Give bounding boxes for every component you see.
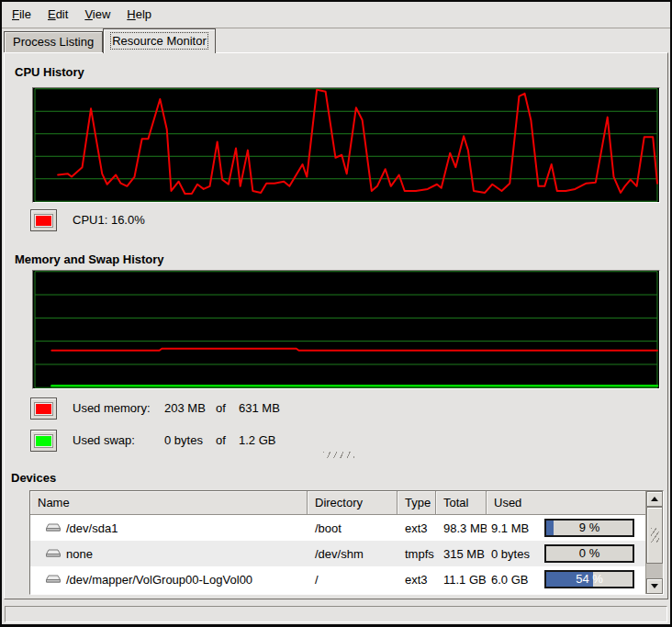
column-header-name[interactable]: Name: [30, 491, 308, 515]
disk-icon: [45, 547, 62, 560]
scroll-up-button[interactable]: [646, 491, 663, 507]
column-header-used[interactable]: Used: [487, 491, 645, 515]
device-name: none: [66, 547, 93, 561]
used-swap-label: Used swap:: [73, 430, 135, 452]
used-swap-of: of: [216, 430, 226, 452]
device-type: tmpfs: [398, 541, 436, 566]
disk-icon: [45, 521, 62, 534]
device-type: ext3: [398, 515, 436, 541]
used-memory-color-button[interactable]: [30, 397, 57, 420]
cpu-history-graph: [32, 87, 660, 203]
vertical-scrollbar[interactable]: [645, 491, 663, 594]
device-directory: /dev/shm: [308, 541, 398, 566]
table-row[interactable]: none /dev/shm tmpfs 315 MB 0 bytes 0 %: [30, 541, 645, 566]
used-memory-total: 631 MB: [239, 397, 280, 420]
cpu-history-title: CPU History: [15, 65, 84, 79]
menu-bar: File Edit View Help: [2, 2, 670, 28]
menu-file[interactable]: File: [4, 4, 39, 26]
usage-progress-bar: 9 %: [544, 519, 634, 537]
cpu1-color-button[interactable]: [30, 209, 57, 231]
devices-table-main: Name Directory Type Total Used /dev/sda1…: [30, 491, 645, 594]
column-header-directory[interactable]: Directory: [308, 491, 398, 515]
used-swap-color-button[interactable]: [30, 430, 57, 452]
device-directory: /: [308, 566, 398, 592]
pane-resize-grip[interactable]: [323, 452, 354, 458]
devices-title: Devices: [11, 471, 56, 485]
used-swap-total: 1.2 GB: [239, 430, 275, 452]
scrollbar-grip-icon: [651, 528, 659, 543]
column-header-type[interactable]: Type: [398, 491, 436, 515]
device-total: 11.1 GB: [436, 566, 487, 592]
device-name: /dev/mapper/VolGroup00-LogVol00: [66, 573, 252, 587]
column-header-total[interactable]: Total: [436, 491, 487, 515]
table-row[interactable]: /dev/sda1 /boot ext3 98.3 MB 9.1 MB 9 %: [30, 515, 645, 541]
progress-label: 54 %: [546, 572, 633, 587]
devices-table: Name Directory Type Total Used /dev/sda1…: [29, 490, 664, 595]
menu-view[interactable]: View: [76, 4, 118, 26]
scroll-down-button[interactable]: [646, 578, 663, 594]
used-swap-color-swatch: [35, 435, 52, 447]
used-swap-value: 0 bytes: [164, 430, 203, 452]
cpu1-legend-label: CPU1: 16.0%: [73, 209, 145, 231]
progress-label: 0 %: [546, 546, 633, 561]
memory-history-title: Memory and Swap History: [15, 252, 164, 266]
device-used: 9.1 MB: [491, 521, 529, 535]
tab-label: Resource Monitor: [112, 34, 207, 48]
system-monitor-window: File Edit View Help Process Listing Reso…: [0, 0, 672, 627]
device-directory: /boot: [308, 515, 398, 541]
device-used: 0 bytes: [491, 547, 530, 561]
cpu-history-chart: [33, 88, 659, 202]
usage-progress-bar: 0 %: [544, 544, 634, 563]
memory-swap-graph: [32, 270, 660, 389]
table-row[interactable]: /dev/mapper/VolGroup00-LogVol00 / ext3 1…: [30, 566, 645, 592]
disk-icon: [45, 573, 62, 586]
used-memory-label: Used memory:: [73, 397, 151, 420]
devices-table-header: Name Directory Type Total Used: [30, 491, 645, 515]
usage-progress-bar: 54 %: [544, 570, 634, 588]
arrow-up-icon: [651, 497, 658, 501]
scrollbar-thumb[interactable]: [646, 507, 663, 564]
status-bar: [5, 606, 667, 622]
cpu1-color-swatch: [35, 215, 52, 227]
used-memory-color-swatch: [35, 403, 52, 415]
device-total: 315 MB: [436, 541, 487, 566]
used-memory-of: of: [216, 397, 226, 420]
used-memory-value: 203 MB: [164, 397, 206, 420]
scrollbar-trough[interactable]: [646, 564, 663, 578]
arrow-down-icon: [651, 584, 658, 588]
menu-help[interactable]: Help: [118, 4, 160, 26]
device-name: /dev/sda1: [66, 521, 118, 535]
tab-process-listing[interactable]: Process Listing: [4, 31, 103, 53]
device-type: ext3: [398, 566, 436, 592]
device-used: 6.0 GB: [491, 573, 528, 587]
menu-edit[interactable]: Edit: [39, 4, 76, 26]
device-total: 98.3 MB: [436, 515, 487, 541]
tab-bar: Process Listing Resource Monitor: [4, 28, 216, 53]
memory-swap-chart: [33, 271, 659, 388]
progress-label: 9 %: [546, 521, 633, 535]
tab-resource-monitor[interactable]: Resource Monitor: [103, 28, 216, 53]
